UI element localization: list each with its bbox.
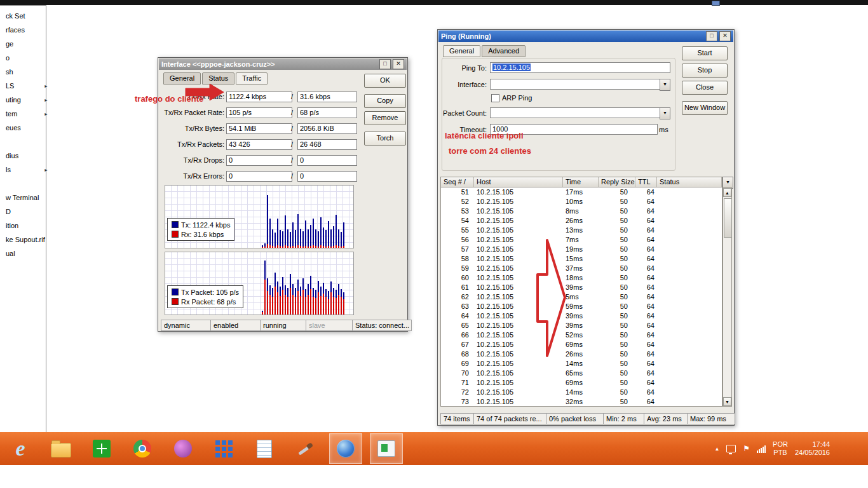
ping-row[interactable]: 7310.2.15.10532ms5064 [441, 397, 722, 407]
ping-row[interactable]: 6010.2.15.10518ms5064 [441, 273, 722, 283]
action-center-flag-icon[interactable]: ⚑ [743, 444, 750, 453]
arp-ping-checkbox[interactable] [491, 94, 499, 102]
ping-row[interactable]: 6610.2.15.10552ms5064 [441, 330, 722, 340]
ping-row[interactable]: 7110.2.15.10569ms5064 [441, 378, 722, 388]
rx-value-input[interactable]: 2056.8 KiB [297, 123, 357, 134]
ping-window-titlebar[interactable]: Ping (Running) □ ✕ [438, 30, 733, 42]
stop-button[interactable]: Stop [682, 64, 728, 78]
taskbar-icon-media-app[interactable] [166, 433, 200, 464]
column-header[interactable]: TTL [635, 177, 657, 187]
chevron-down-icon[interactable]: ▼ [660, 107, 670, 119]
rx-value-input[interactable]: 0 [297, 171, 357, 182]
tab-general[interactable]: General [163, 72, 201, 85]
sidebar-item[interactable]: ual [0, 247, 50, 260]
maximize-icon[interactable]: □ [379, 59, 391, 69]
ping-row[interactable]: 5710.2.15.10519ms5064 [441, 245, 722, 254]
sidebar-item[interactable]: tem► [0, 107, 50, 120]
tx-value-input[interactable]: 0 [226, 171, 292, 182]
scroll-up-icon[interactable]: ▲ [723, 188, 731, 197]
sidebar-item[interactable]: w Terminal [0, 191, 50, 204]
clock[interactable]: 17:44 24/05/2016 [795, 440, 830, 457]
torch-button[interactable]: Torch [364, 132, 406, 146]
ok-button[interactable]: OK [364, 74, 406, 88]
ping-row[interactable]: 5910.2.15.10537ms5064 [441, 264, 722, 273]
rx-value-input[interactable]: 0 [297, 155, 357, 166]
start-button[interactable]: Start [682, 46, 728, 60]
column-header[interactable]: Host [474, 177, 563, 187]
sidebar-item[interactable]: rfaces [0, 24, 50, 36]
remove-button[interactable]: Remove [364, 111, 406, 125]
scrollbar-thumb[interactable] [724, 198, 732, 238]
sidebar-item[interactable]: LS► [0, 79, 50, 92]
sidebar-item[interactable]: ition [0, 219, 50, 232]
tx-value-input[interactable]: 43 426 [226, 139, 292, 150]
taskbar-icon-winbox[interactable] [329, 433, 362, 464]
close-button[interactable]: Close [682, 81, 728, 95]
close-icon[interactable]: ✕ [719, 31, 731, 41]
sidebar-item[interactable]: ke Supout.rif [0, 233, 50, 246]
tab-advanced[interactable]: Advanced [482, 45, 526, 57]
sidebar-item[interactable]: ls► [0, 163, 50, 176]
network-signal-icon[interactable] [757, 445, 766, 453]
column-header[interactable]: Status [657, 177, 722, 187]
tab-traffic[interactable]: Traffic [236, 72, 268, 85]
ping-row[interactable]: 6310.2.15.10559ms5064 [441, 302, 722, 311]
ping-row[interactable]: 6510.2.15.10539ms5064 [441, 321, 722, 330]
ping-row[interactable]: 5810.2.15.10515ms5064 [441, 254, 722, 264]
sidebar-item[interactable]: sh [0, 65, 50, 78]
ping-row[interactable]: 5410.2.15.10526ms5064 [441, 216, 722, 226]
interface-input[interactable] [490, 79, 661, 90]
rx-value-input[interactable]: 26 468 [297, 139, 357, 150]
tx-value-input[interactable]: 1122.4 kbps [226, 92, 292, 102]
interface-window-titlebar[interactable]: Interface <<pppoe-jackson-cruz>> □ ✕ [159, 58, 407, 70]
language-indicator[interactable]: POR PTB [773, 440, 788, 457]
column-header[interactable]: Time [563, 177, 599, 187]
sidebar-item[interactable]: ge [0, 37, 50, 50]
sidebar-item[interactable]: D [0, 205, 50, 218]
column-header[interactable]: Seq # / [441, 177, 474, 187]
ping-to-input[interactable]: 10.2.15.105 [490, 62, 670, 73]
ping-row[interactable]: 6810.2.15.10526ms5064 [441, 349, 722, 359]
maximize-icon[interactable]: □ [706, 31, 717, 41]
ping-row[interactable]: 7210.2.15.10514ms5064 [441, 388, 722, 397]
tab-general[interactable]: General [443, 45, 480, 57]
copy-button[interactable]: Copy [364, 94, 406, 108]
ping-row[interactable]: 5510.2.15.10513ms5064 [441, 226, 722, 235]
display-tray-icon[interactable] [726, 445, 736, 452]
ping-row[interactable]: 6410.2.15.10539ms5064 [441, 311, 722, 321]
ping-row[interactable]: 6910.2.15.10514ms5064 [441, 359, 722, 369]
tx-value-input[interactable]: 105 p/s [226, 107, 292, 118]
tx-value-input[interactable]: 54.1 MiB [226, 123, 292, 134]
tx-value-input[interactable]: 0 [226, 155, 292, 166]
ping-row[interactable]: 6210.2.15.1055ms5064 [441, 292, 722, 302]
new-window-button[interactable]: New Window [682, 101, 728, 115]
taskbar-icon-paint[interactable] [288, 433, 322, 464]
ping-row[interactable]: 6110.2.15.10539ms5064 [441, 283, 722, 292]
sidebar-item[interactable]: ck Set [0, 10, 50, 22]
sidebar-item[interactable]: o [0, 51, 50, 64]
packet-count-input[interactable] [490, 107, 661, 118]
sidebar-item[interactable]: eues [0, 121, 50, 134]
taskbar-icon-apps-grid[interactable] [207, 433, 240, 464]
taskbar-icon-chrome[interactable] [126, 433, 159, 464]
ping-row[interactable]: 5610.2.15.1057ms5064 [441, 235, 722, 245]
rx-value-input[interactable]: 31.6 kbps [297, 92, 357, 102]
taskbar-icon-green-app[interactable] [85, 433, 118, 464]
rx-value-input[interactable]: 68 p/s [297, 107, 357, 118]
close-icon[interactable]: ✕ [393, 59, 404, 69]
tab-status[interactable]: Status [202, 72, 234, 85]
sidebar-item[interactable]: uting► [0, 93, 50, 106]
hidden-icons-chevron-icon[interactable]: ▲ [714, 446, 719, 452]
column-header[interactable]: Reply Size [599, 177, 635, 187]
taskbar-icon-file-explorer[interactable] [44, 433, 78, 464]
scrollbar[interactable]: ▲ ▼ [722, 187, 732, 407]
taskbar-icon-log-viewer[interactable] [370, 433, 403, 464]
ping-row[interactable]: 5310.2.15.1058ms5064 [441, 207, 722, 216]
chevron-down-icon[interactable]: ▼ [660, 79, 670, 91]
ping-row[interactable]: 5210.2.15.10510ms5064 [441, 197, 722, 207]
ping-row[interactable]: 7010.2.15.10565ms5064 [441, 369, 722, 378]
ping-row[interactable]: 5110.2.15.10517ms5064 [441, 187, 722, 197]
ping-row[interactable]: 6710.2.15.10569ms5064 [441, 340, 722, 349]
taskbar-icon-notepad[interactable] [248, 433, 281, 464]
sidebar-item[interactable]: dius [0, 149, 50, 162]
